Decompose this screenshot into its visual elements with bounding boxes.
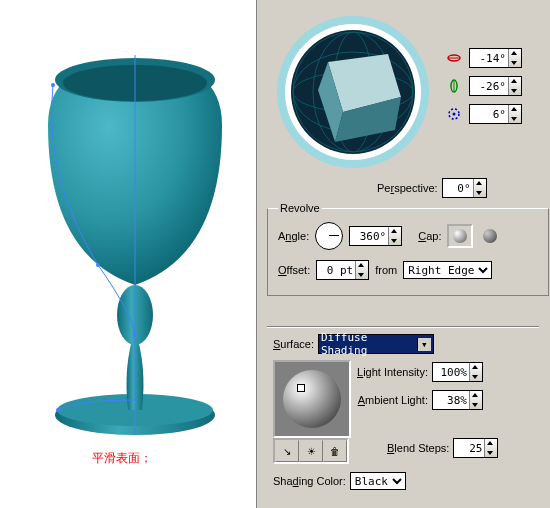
viewport: 平滑表面； bbox=[0, 0, 256, 508]
svg-point-23 bbox=[453, 113, 456, 116]
light-toolbar: ↘ ☀ 🗑 bbox=[273, 438, 349, 464]
offset-input[interactable] bbox=[316, 260, 369, 280]
from-select[interactable]: Right Edge bbox=[403, 261, 492, 279]
cap-on-button[interactable] bbox=[447, 224, 473, 248]
offset-label: Offset: bbox=[278, 264, 310, 276]
perspective-input[interactable] bbox=[442, 178, 487, 198]
light-intensity-input[interactable] bbox=[432, 362, 483, 382]
surface-label: Surface: bbox=[273, 338, 314, 350]
spinner[interactable] bbox=[508, 49, 522, 67]
angle-label: Angle: bbox=[278, 230, 309, 242]
rotate-z-icon bbox=[447, 107, 461, 121]
angle-input[interactable] bbox=[349, 226, 402, 246]
goblet-3d-object[interactable] bbox=[38, 55, 233, 435]
new-light-icon[interactable]: ☀ bbox=[299, 440, 323, 462]
trash-icon[interactable]: 🗑 bbox=[323, 440, 347, 462]
rotate-x-icon bbox=[447, 51, 461, 65]
svg-point-6 bbox=[51, 83, 55, 87]
blend-steps-input[interactable] bbox=[453, 438, 498, 458]
angle-dial[interactable] bbox=[315, 222, 343, 250]
spinner[interactable] bbox=[355, 261, 369, 279]
material-preview[interactable] bbox=[273, 360, 351, 438]
rotation-preview[interactable] bbox=[273, 12, 433, 172]
rotate-y-input[interactable] bbox=[469, 76, 522, 96]
rotate-y-icon bbox=[447, 79, 461, 93]
surface-select[interactable]: Diffuse Shading▾ bbox=[318, 334, 434, 354]
caption-text: 平滑表面； bbox=[92, 450, 152, 467]
light-handle[interactable] bbox=[297, 384, 305, 392]
blend-row: Blend Steps: bbox=[387, 438, 498, 458]
ambient-light-label: Ambient Light: bbox=[358, 394, 428, 406]
from-label: from bbox=[375, 264, 397, 276]
spinner[interactable] bbox=[508, 77, 522, 95]
surface-row: Surface: Diffuse Shading▾ bbox=[273, 334, 434, 354]
light-intensity-label: Light Intensity: bbox=[357, 366, 428, 378]
light-controls: Light Intensity: Ambient Light: bbox=[357, 362, 483, 418]
revolve-legend: Revolve bbox=[278, 202, 322, 214]
svg-point-7 bbox=[96, 263, 100, 267]
shading-color-row: Shading Color: Black bbox=[273, 472, 406, 490]
rotation-controls bbox=[447, 44, 522, 128]
light-arrow-icon[interactable]: ↘ bbox=[275, 440, 299, 462]
spinner[interactable] bbox=[508, 105, 522, 123]
spinner[interactable] bbox=[469, 391, 483, 409]
perspective-row: Perspective: bbox=[377, 178, 487, 198]
cap-off-button[interactable] bbox=[479, 226, 501, 246]
spinner[interactable] bbox=[473, 179, 487, 197]
options-panel: Perspective: Revolve Angle: Cap: Offset:… bbox=[256, 0, 550, 508]
ambient-light-input[interactable] bbox=[432, 390, 483, 410]
spinner[interactable] bbox=[484, 439, 498, 457]
shading-color-select[interactable]: Black bbox=[350, 472, 406, 490]
blend-steps-label: Blend Steps: bbox=[387, 442, 449, 454]
spinner[interactable] bbox=[469, 363, 483, 381]
svg-point-9 bbox=[56, 408, 60, 412]
perspective-label: Perspective: bbox=[377, 182, 438, 194]
rotate-x-input[interactable] bbox=[469, 48, 522, 68]
divider bbox=[267, 326, 539, 328]
shading-color-label: Shading Color: bbox=[273, 475, 346, 487]
rotate-z-input[interactable] bbox=[469, 104, 522, 124]
spinner[interactable] bbox=[388, 227, 402, 245]
revolve-group: Revolve Angle: Cap: Offset: from Right E… bbox=[267, 202, 549, 296]
cap-label: Cap: bbox=[418, 230, 441, 242]
svg-point-8 bbox=[133, 333, 137, 337]
